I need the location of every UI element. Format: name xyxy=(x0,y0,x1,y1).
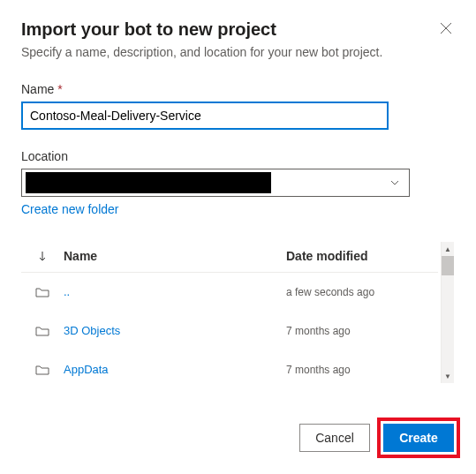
folder-date: 7 months ago xyxy=(286,364,438,376)
create-button[interactable]: Create xyxy=(383,424,454,452)
folder-name[interactable]: 3D Objects xyxy=(64,324,286,337)
name-input[interactable] xyxy=(21,102,389,130)
location-dropdown[interactable] xyxy=(21,169,410,197)
folder-date: 7 months ago xyxy=(286,325,438,337)
folder-name[interactable]: AppData xyxy=(64,363,286,376)
import-bot-dialog: Import your bot to new project Specify a… xyxy=(0,0,476,389)
list-item[interactable]: 3D Objects 7 months ago xyxy=(21,312,438,350)
browser-columns-header: Name Date modified xyxy=(21,242,438,273)
scroll-thumb[interactable] xyxy=(442,256,454,275)
tutorial-highlight: Create xyxy=(377,418,460,458)
dialog-header: Import your bot to new project xyxy=(21,19,455,45)
close-icon xyxy=(440,22,452,34)
folder-icon xyxy=(35,287,49,297)
location-value-redacted xyxy=(26,172,271,193)
name-label: Name * xyxy=(21,82,455,96)
chevron-down-icon xyxy=(389,177,400,188)
list-item[interactable]: .. a few seconds ago xyxy=(21,273,438,312)
column-header-date[interactable]: Date modified xyxy=(286,249,438,263)
dialog-footer: Cancel Create xyxy=(299,418,460,458)
close-button[interactable] xyxy=(437,19,455,37)
folder-icon xyxy=(35,326,49,336)
scroll-up-button[interactable]: ▲ xyxy=(442,242,454,256)
folder-date: a few seconds ago xyxy=(286,286,438,298)
arrow-down-icon xyxy=(38,251,47,261)
column-header-name[interactable]: Name xyxy=(64,249,286,263)
dialog-subtitle: Specify a name, description, and locatio… xyxy=(21,45,455,59)
cancel-button[interactable]: Cancel xyxy=(299,424,370,452)
folder-icon xyxy=(35,365,49,375)
dialog-title: Import your bot to new project xyxy=(21,19,276,40)
sort-column[interactable] xyxy=(21,251,64,261)
scrollbar[interactable]: ▲ ▼ xyxy=(441,242,454,383)
folder-browser: Name Date modified .. a few seconds ago … xyxy=(21,241,454,389)
scroll-down-button[interactable]: ▼ xyxy=(442,369,454,383)
list-item[interactable]: AppData 7 months ago xyxy=(21,350,438,389)
required-indicator: * xyxy=(57,82,62,96)
create-new-folder-link[interactable]: Create new folder xyxy=(21,202,119,216)
location-label: Location xyxy=(21,149,455,163)
folder-name[interactable]: .. xyxy=(64,285,286,298)
